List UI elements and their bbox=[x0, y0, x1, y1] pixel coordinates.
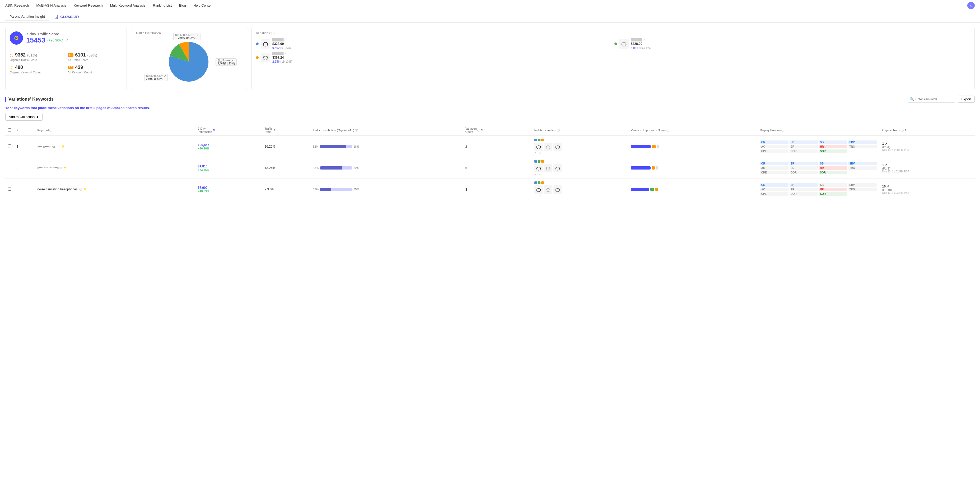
collection-arrow-icon: ▲ bbox=[36, 115, 39, 119]
tab-parent-variation[interactable]: Parent Variation Insight bbox=[5, 13, 49, 21]
var-price-3: $367.24 bbox=[272, 56, 292, 59]
nav-ranking-list[interactable]: Ranking List bbox=[153, 3, 172, 7]
avatar[interactable]: c bbox=[967, 2, 975, 9]
var-info-2: ██████ ↗ $328.00 3,035 (19.64%) bbox=[631, 38, 651, 49]
row3-var-count: 3 bbox=[463, 179, 532, 200]
nav-multi-asin[interactable]: Multi-ASIN Analysis bbox=[37, 3, 66, 7]
row1-bookmark-icon[interactable]: ☆ bbox=[57, 145, 60, 148]
keyword-info-icon: ⓘ bbox=[49, 128, 52, 132]
nav-keyword-research[interactable]: Keyword Research bbox=[74, 3, 103, 7]
nav-multi-keyword[interactable]: Multi-Keyword Analysis bbox=[110, 3, 146, 7]
row1-rank-label: (P1-1) bbox=[882, 146, 972, 149]
row1-bar-track bbox=[320, 145, 352, 148]
add-to-collection-button[interactable]: Add to Collection ▲ bbox=[5, 113, 43, 121]
var-price-2: $328.00 bbox=[631, 42, 651, 46]
row3-flag-icon[interactable]: ⚑ bbox=[84, 187, 87, 191]
row2-checkbox[interactable] bbox=[8, 166, 11, 169]
row3-imp-bar-orange bbox=[655, 188, 658, 191]
table-body: 1 y••• p•••••nes ☆ ⚑ 100,457 +26.26% 16.… bbox=[5, 136, 975, 200]
row2-flag-icon[interactable]: ⚑ bbox=[64, 166, 67, 170]
ad-icon: AD bbox=[68, 53, 73, 57]
row1-badge-cpe: CPE bbox=[760, 149, 789, 153]
ad-kw-value: 429 bbox=[75, 65, 83, 70]
row1-display-pos: OR SP SB SBV AC ER HR TRG CPE OOR SOR bbox=[757, 136, 880, 157]
glossary-icon bbox=[54, 15, 59, 19]
pie-chart-wrap: BLUR•BLUR•••••• ↗2,956(19.13%) BLUR•BLUR… bbox=[168, 41, 210, 84]
tab-glossary[interactable]: GLOSSARY bbox=[50, 13, 83, 21]
row3-checkbox[interactable] bbox=[8, 187, 11, 190]
metrics-grid: ◎ 9352 (61%) Organic Traffic Score AD 61… bbox=[10, 52, 122, 74]
tab-bar: Parent Variation Insight GLOSSARY bbox=[0, 11, 980, 23]
nav-blog[interactable]: Blog bbox=[179, 3, 186, 7]
row1-traffic-ratio: 16.26% bbox=[262, 136, 310, 157]
nav-asin-research[interactable]: ASIN Research bbox=[5, 3, 29, 7]
row2-dist: 68% 32% bbox=[310, 157, 463, 179]
row3-dot-blue bbox=[535, 181, 537, 184]
row1-dist: 82% 18% bbox=[310, 136, 463, 157]
row1-imp-bar-wrap bbox=[631, 145, 755, 148]
row3-related: ↗↗ bbox=[532, 179, 628, 200]
export-button[interactable]: Export bbox=[958, 95, 975, 103]
score-value: 15453 bbox=[26, 36, 45, 44]
row3-dot-orange bbox=[541, 181, 544, 184]
orgrank-sort-icon[interactable]: ⇅ bbox=[904, 128, 907, 132]
row2-display-pos: OR SP SB SBV AC ER HR TRG CPE OOR SOR bbox=[757, 157, 880, 179]
ratio-sort-icon[interactable]: ⇅ bbox=[274, 128, 276, 132]
row1-dist-ad-pct: 18% bbox=[353, 145, 359, 148]
row1-badge-sbv: SBV bbox=[848, 141, 877, 144]
row1-imp-share bbox=[628, 136, 757, 157]
score-change: (+20.36%) bbox=[47, 38, 63, 42]
row3-rank-label: (P1-10) bbox=[882, 188, 972, 192]
row3-imp-change: +40.99% bbox=[198, 190, 259, 193]
var-traffic-3: 2,956 (19.13%) bbox=[272, 60, 292, 63]
row1-var-count: 3 bbox=[463, 136, 532, 157]
row3-organic-rank: 10 ↗ (P1-10) Nov 13, 10:02 PM PST bbox=[880, 179, 975, 200]
select-all-checkbox[interactable] bbox=[8, 128, 11, 132]
keywords-subtitle: 1277 keywords that place these variation… bbox=[5, 106, 975, 110]
row3-info-icon: ⓘ bbox=[79, 187, 82, 192]
row3-badges: OR SP SB SBV AC ER HR TRG CPE OOR SOR bbox=[760, 183, 877, 196]
organic-traffic-label: Organic Traffic Score bbox=[10, 59, 64, 62]
row2-traffic-ratio: 13.24% bbox=[262, 157, 310, 179]
variations-card: Variations (3) ██████ ↗ bbox=[251, 27, 975, 90]
ad-traffic-metric: AD 6101 (39%) Ad Traffic Score bbox=[68, 52, 122, 62]
pie-label-right: BLUR•••••• ↗9,462(61.23%) bbox=[216, 59, 237, 66]
impression-sort-icon[interactable]: ⇅ bbox=[213, 128, 215, 132]
row2-imp-bar-wrap bbox=[631, 167, 755, 170]
varcount-sort-icon[interactable]: ⇅ bbox=[481, 128, 484, 132]
row2-organic-rank: 1 ↗ (P1-1) Nov 13, 11:02 PM PST bbox=[880, 157, 975, 179]
row1-hp1-svg bbox=[535, 143, 542, 151]
var-traffic-pct-1: (61.23%) bbox=[280, 46, 293, 49]
th-checkbox bbox=[5, 125, 14, 136]
orgrank-info-icon: ⓘ bbox=[901, 128, 904, 132]
row1-badge-ac: AC bbox=[760, 145, 789, 148]
keyword-search-wrap: 🔍 bbox=[908, 96, 955, 103]
row3-keyword: noise canceling headphones ⓘ ⚑ bbox=[35, 179, 195, 200]
score-info: 7-day Traffic Score 15453 (+20.36%) ↗ bbox=[26, 32, 68, 44]
row1-badge-sb: SB bbox=[819, 141, 847, 144]
row2-imp-share bbox=[628, 157, 757, 179]
var-price-1: $328.00 bbox=[272, 42, 292, 46]
row3-bar-track bbox=[320, 188, 352, 191]
row3-hp3 bbox=[554, 186, 562, 194]
keyword-search-input[interactable] bbox=[908, 96, 955, 103]
nav-help[interactable]: Help Center bbox=[193, 3, 212, 7]
row1-imp-bar-orange bbox=[652, 145, 655, 148]
th-num: # bbox=[14, 125, 35, 136]
row2-headphone-imgs bbox=[535, 164, 625, 173]
row3-keyword-text: noise canceling headphones bbox=[38, 187, 78, 191]
row1-flag-icon[interactable]: ⚑ bbox=[62, 145, 65, 148]
row3-dist: 35% 65% bbox=[310, 179, 463, 200]
row1-dot-orange bbox=[541, 139, 544, 141]
organic-kw-value: 480 bbox=[15, 65, 23, 70]
row1-checkbox[interactable] bbox=[8, 144, 11, 148]
row2-related: ↗↗ bbox=[532, 157, 628, 179]
row3-headphone-imgs bbox=[535, 186, 625, 194]
add-collection-label: Add to Collection bbox=[9, 115, 35, 119]
th-dist: Traffic Distribution (Organic–Ad) ⓘ bbox=[310, 125, 463, 136]
row3-imp-share bbox=[628, 179, 757, 200]
row1-keyword: y••• p•••••nes ☆ ⚑ bbox=[35, 136, 195, 157]
related-info-icon: ⓘ bbox=[557, 128, 560, 132]
row1-badge-or: OR bbox=[760, 141, 789, 144]
row1-dot-blue bbox=[535, 139, 537, 141]
